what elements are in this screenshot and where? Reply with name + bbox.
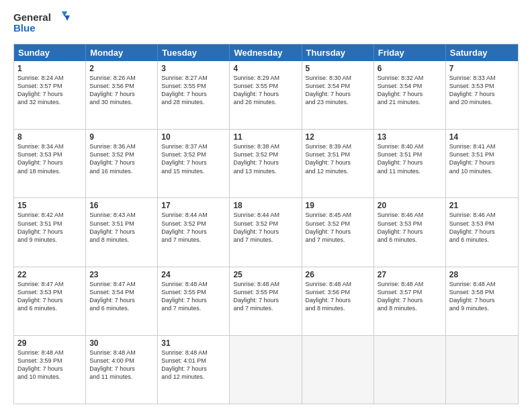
- day-info-text: Daylight: 7 hours: [449, 228, 515, 236]
- calendar-row-3: 15Sunrise: 8:42 AMSunset: 3:51 PMDayligh…: [14, 198, 518, 267]
- day-info-text: and 32 minutes.: [17, 98, 82, 106]
- day-cell-3: 3Sunrise: 8:27 AMSunset: 3:55 PMDaylight…: [158, 61, 230, 129]
- day-number: 20: [378, 201, 442, 210]
- day-number: 30: [89, 338, 154, 348]
- day-info-text: and 23 minutes.: [306, 98, 370, 106]
- day-cell-5: 5Sunrise: 8:30 AMSunset: 3:54 PMDaylight…: [302, 61, 374, 129]
- day-number: 11: [233, 132, 298, 142]
- day-cell-1: 1Sunrise: 8:24 AMSunset: 3:57 PMDaylight…: [14, 61, 86, 129]
- header-cell-friday: Friday: [374, 44, 446, 61]
- day-info-text: Sunrise: 8:42 AM: [17, 211, 82, 219]
- day-cell-31: 31Sunrise: 8:48 AMSunset: 4:01 PMDayligh…: [158, 336, 230, 404]
- day-info-text: and 8 minutes.: [89, 236, 154, 244]
- day-info-text: Daylight: 7 hours: [378, 90, 442, 98]
- day-info-text: Daylight: 7 hours: [449, 158, 515, 167]
- header-cell-monday: Monday: [86, 44, 158, 61]
- day-number: 8: [17, 132, 82, 142]
- day-cell-17: 17Sunrise: 8:44 AMSunset: 3:52 PMDayligh…: [158, 198, 230, 266]
- day-number: 25: [233, 270, 298, 279]
- day-info-text: Daylight: 7 hours: [378, 158, 442, 167]
- day-info-text: and 20 minutes.: [449, 98, 515, 106]
- day-info-text: and 7 minutes.: [306, 236, 370, 244]
- day-info-text: Daylight: 7 hours: [306, 158, 370, 167]
- calendar-row-5: 29Sunrise: 8:48 AMSunset: 3:59 PMDayligh…: [14, 336, 518, 404]
- day-info-text: Sunset: 3:54 PM: [306, 82, 370, 90]
- day-info-text: Sunset: 4:01 PM: [161, 357, 226, 365]
- day-info-text: and 7 minutes.: [233, 236, 298, 244]
- day-info-text: and 8 minutes.: [306, 304, 370, 312]
- day-number: 7: [449, 64, 515, 73]
- day-info-text: and 9 minutes.: [449, 304, 515, 312]
- day-info-text: Sunset: 3:55 PM: [233, 82, 298, 90]
- day-info-text: Daylight: 7 hours: [161, 296, 226, 304]
- day-info-text: Sunrise: 8:40 AM: [378, 142, 442, 150]
- day-number: 19: [306, 201, 370, 210]
- day-info-text: Sunrise: 8:44 AM: [233, 211, 298, 219]
- header-cell-thursday: Thursday: [302, 44, 374, 61]
- day-number: 18: [233, 201, 298, 210]
- day-info-text: Sunset: 3:56 PM: [89, 82, 154, 90]
- day-info-text: Sunrise: 8:47 AM: [17, 280, 82, 288]
- day-info-text: and 28 minutes.: [161, 98, 226, 106]
- day-cell-28: 28Sunrise: 8:48 AMSunset: 3:58 PMDayligh…: [446, 267, 518, 335]
- day-info-text: Sunrise: 8:46 AM: [378, 211, 442, 219]
- day-cell-9: 9Sunrise: 8:36 AMSunset: 3:52 PMDaylight…: [86, 130, 158, 197]
- day-info-text: Daylight: 7 hours: [89, 296, 154, 304]
- day-info-text: Daylight: 7 hours: [89, 158, 154, 167]
- day-info-text: and 12 minutes.: [161, 373, 226, 381]
- day-number: 1: [17, 64, 82, 73]
- day-cell-23: 23Sunrise: 8:47 AMSunset: 3:54 PMDayligh…: [86, 267, 158, 335]
- day-info-text: Sunrise: 8:33 AM: [449, 74, 515, 82]
- day-cell-24: 24Sunrise: 8:48 AMSunset: 3:55 PMDayligh…: [158, 267, 230, 335]
- day-info-text: Sunset: 3:51 PM: [449, 150, 515, 158]
- day-info-text: Sunset: 3:52 PM: [233, 150, 298, 158]
- day-cell-11: 11Sunrise: 8:38 AMSunset: 3:52 PMDayligh…: [230, 130, 302, 197]
- empty-cell: [230, 336, 302, 404]
- empty-cell: [302, 336, 374, 404]
- day-cell-27: 27Sunrise: 8:48 AMSunset: 3:57 PMDayligh…: [374, 267, 446, 335]
- calendar-row-4: 22Sunrise: 8:47 AMSunset: 3:53 PMDayligh…: [14, 267, 518, 336]
- day-number: 22: [17, 270, 82, 279]
- day-info-text: and 6 minutes.: [17, 304, 82, 312]
- day-info-text: and 10 minutes.: [17, 373, 82, 381]
- day-info-text: Sunrise: 8:48 AM: [89, 349, 154, 357]
- day-info-text: Sunrise: 8:48 AM: [233, 280, 298, 288]
- logo: General Blue: [13, 10, 74, 37]
- day-info-text: and 26 minutes.: [233, 98, 298, 106]
- empty-cell: [374, 336, 446, 404]
- day-info-text: Sunset: 3:53 PM: [17, 150, 82, 158]
- day-info-text: Daylight: 7 hours: [233, 90, 298, 98]
- day-info-text: Sunset: 3:51 PM: [89, 220, 154, 228]
- day-cell-19: 19Sunrise: 8:45 AMSunset: 3:52 PMDayligh…: [302, 198, 374, 266]
- day-info-text: and 16 minutes.: [89, 167, 154, 175]
- calendar-row-1: 1Sunrise: 8:24 AMSunset: 3:57 PMDaylight…: [14, 61, 518, 130]
- day-info-text: Daylight: 7 hours: [306, 296, 370, 304]
- day-info-text: and 7 minutes.: [161, 236, 226, 244]
- day-info-text: Daylight: 7 hours: [233, 296, 298, 304]
- day-info-text: Daylight: 7 hours: [306, 228, 370, 236]
- day-number: 24: [161, 270, 226, 279]
- day-info-text: Sunrise: 8:34 AM: [17, 142, 82, 150]
- day-info-text: Daylight: 7 hours: [161, 90, 226, 98]
- day-cell-29: 29Sunrise: 8:48 AMSunset: 3:59 PMDayligh…: [14, 336, 86, 404]
- day-info-text: and 10 minutes.: [449, 167, 515, 175]
- day-number: 10: [161, 132, 226, 142]
- day-info-text: Sunrise: 8:48 AM: [161, 280, 226, 288]
- day-info-text: Sunrise: 8:30 AM: [306, 74, 370, 82]
- header-cell-tuesday: Tuesday: [158, 44, 230, 61]
- day-info-text: and 7 minutes.: [233, 304, 298, 312]
- day-info-text: Sunset: 3:51 PM: [306, 150, 370, 158]
- svg-text:General: General: [13, 11, 51, 23]
- day-cell-7: 7Sunrise: 8:33 AMSunset: 3:53 PMDaylight…: [446, 61, 518, 129]
- svg-text:Blue: Blue: [13, 22, 36, 34]
- day-info-text: Sunset: 3:55 PM: [233, 288, 298, 296]
- day-cell-13: 13Sunrise: 8:40 AMSunset: 3:51 PMDayligh…: [374, 130, 446, 197]
- day-info-text: Sunset: 3:59 PM: [17, 357, 82, 365]
- day-info-text: Sunrise: 8:45 AM: [306, 211, 370, 219]
- day-cell-4: 4Sunrise: 8:29 AMSunset: 3:55 PMDaylight…: [230, 61, 302, 129]
- day-info-text: and 15 minutes.: [161, 167, 226, 175]
- calendar: SundayMondayTuesdayWednesdayThursdayFrid…: [13, 44, 519, 404]
- day-info-text: and 6 minutes.: [449, 236, 515, 244]
- calendar-header: SundayMondayTuesdayWednesdayThursdayFrid…: [14, 44, 518, 61]
- day-info-text: Daylight: 7 hours: [233, 228, 298, 236]
